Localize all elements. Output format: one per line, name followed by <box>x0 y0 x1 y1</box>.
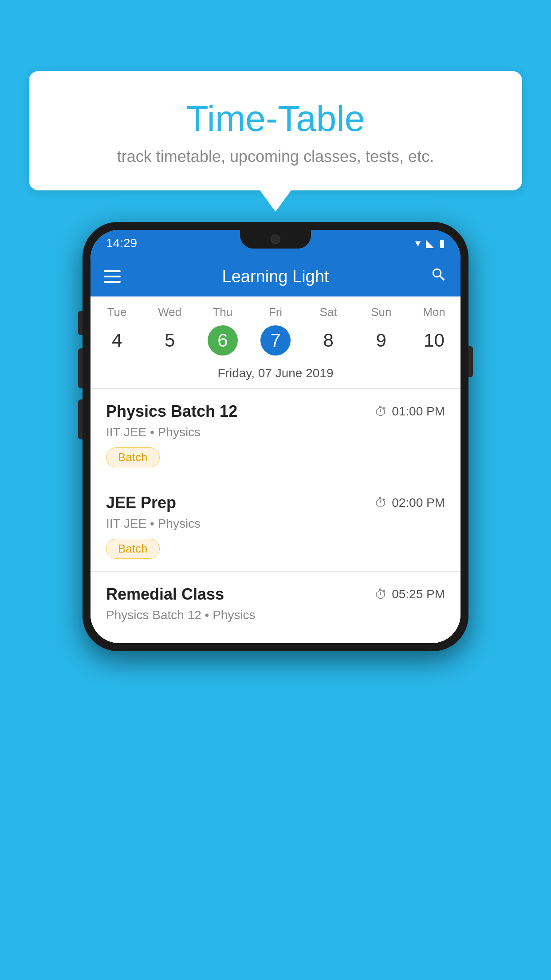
day-number[interactable]: 9 <box>366 325 396 356</box>
hamburger-line-1 <box>104 270 121 272</box>
power-button <box>468 346 473 377</box>
item-time: ⏱01:00 PM <box>375 404 445 419</box>
day-name: Sun <box>355 305 408 319</box>
day-col-thu[interactable]: Thu6 <box>196 305 249 356</box>
schedule-list: Physics Batch 12⏱01:00 PMIIT JEE • Physi… <box>91 389 460 643</box>
item-subtitle: IIT JEE • Physics <box>106 517 445 531</box>
volume-up-button <box>78 348 83 388</box>
clock-icon: ⏱ <box>375 404 387 419</box>
item-title: Physics Batch 12 <box>106 402 237 421</box>
day-name: Wed <box>143 305 196 319</box>
batch-tag: Batch <box>106 447 160 467</box>
clock-icon: ⏱ <box>375 587 387 602</box>
app-title: Learning Light <box>133 267 418 286</box>
schedule-item-header: JEE Prep⏱02:00 PM <box>106 494 445 512</box>
calendar-strip: Tue4Wed5Thu6Fri7Sat8Sun9Mon10 Friday, 07… <box>91 296 460 389</box>
phone-outer: 14:29 ▾ ◣ ▮ Learning Light <box>83 222 468 651</box>
bubble-title: Time-Table <box>51 98 500 139</box>
day-col-sun[interactable]: Sun9 <box>355 305 408 356</box>
day-col-tue[interactable]: Tue4 <box>91 305 143 356</box>
status-time: 14:29 <box>106 236 137 250</box>
wifi-icon: ▾ <box>415 237 421 249</box>
clock-icon: ⏱ <box>375 496 387 510</box>
schedule-item-header: Remedial Class⏱05:25 PM <box>106 585 445 604</box>
day-number[interactable]: 8 <box>313 325 343 356</box>
search-button[interactable] <box>430 266 447 287</box>
phone-mockup: 14:29 ▾ ◣ ▮ Learning Light <box>83 222 468 651</box>
time-value: 05:25 PM <box>392 587 445 601</box>
item-subtitle: Physics Batch 12 • Physics <box>106 608 445 622</box>
phone-notch <box>240 230 311 249</box>
day-name: Thu <box>196 305 249 319</box>
item-title: Remedial Class <box>106 585 224 604</box>
phone-screen: 14:29 ▾ ◣ ▮ Learning Light <box>91 230 460 643</box>
day-name: Sat <box>302 305 355 319</box>
time-value: 01:00 PM <box>392 404 445 419</box>
day-number[interactable]: 5 <box>155 325 185 356</box>
day-number[interactable]: 7 <box>260 325 291 356</box>
day-name: Tue <box>91 305 143 319</box>
volume-down-button <box>78 399 83 439</box>
schedule-item[interactable]: Physics Batch 12⏱01:00 PMIIT JEE • Physi… <box>91 389 460 480</box>
day-number[interactable]: 10 <box>419 325 449 356</box>
hamburger-line-2 <box>104 276 121 277</box>
speech-bubble-container: Time-Table track timetable, upcoming cla… <box>29 71 522 190</box>
time-value: 02:00 PM <box>392 496 445 510</box>
bubble-subtitle: track timetable, upcoming classes, tests… <box>51 147 500 166</box>
day-col-mon[interactable]: Mon10 <box>408 305 460 356</box>
item-subtitle: IIT JEE • Physics <box>106 425 445 439</box>
selected-date-label: Friday, 07 June 2019 <box>91 360 460 388</box>
day-col-wed[interactable]: Wed5 <box>143 305 196 356</box>
day-name: Mon <box>408 305 460 319</box>
schedule-item[interactable]: Remedial Class⏱05:25 PMPhysics Batch 12 … <box>91 572 460 643</box>
speech-bubble: Time-Table track timetable, upcoming cla… <box>29 71 522 190</box>
battery-icon: ▮ <box>439 237 445 249</box>
day-name: Fri <box>249 305 302 319</box>
day-col-sat[interactable]: Sat8 <box>302 305 355 356</box>
days-row: Tue4Wed5Thu6Fri7Sat8Sun9Mon10 <box>91 296 460 360</box>
status-icons: ▾ ◣ ▮ <box>415 237 445 249</box>
item-time: ⏱05:25 PM <box>375 587 445 602</box>
item-time: ⏱02:00 PM <box>375 496 445 510</box>
day-number[interactable]: 6 <box>208 325 238 356</box>
batch-tag: Batch <box>106 539 160 559</box>
phone-camera <box>271 234 280 244</box>
day-col-fri[interactable]: Fri7 <box>249 305 302 356</box>
item-title: JEE Prep <box>106 494 176 512</box>
hamburger-line-3 <box>104 281 121 283</box>
app-bar: Learning Light <box>91 257 460 296</box>
signal-icon: ◣ <box>426 237 434 249</box>
schedule-item-header: Physics Batch 12⏱01:00 PM <box>106 402 445 421</box>
hamburger-menu[interactable] <box>104 270 121 283</box>
day-number[interactable]: 4 <box>102 325 132 356</box>
schedule-item[interactable]: JEE Prep⏱02:00 PMIIT JEE • PhysicsBatch <box>91 480 460 572</box>
silent-button <box>78 311 83 335</box>
